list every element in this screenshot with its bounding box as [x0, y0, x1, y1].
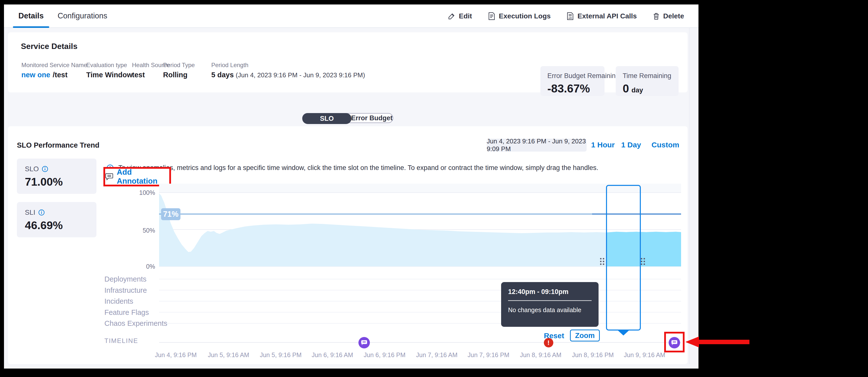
field-monitored-service-name: Monitored Service Name new one/test [21, 62, 87, 79]
x-axis-tick: Jun 8, 9:16 AM [520, 351, 561, 358]
tab-configurations[interactable]: Configurations [51, 4, 114, 27]
x-axis-tick: Jun 4, 9:16 PM [155, 351, 197, 358]
reset-button[interactable]: Reset [544, 332, 564, 340]
right-divider [689, 28, 689, 364]
changes-tooltip: 12:40pm - 09:10pm No changes data availa… [501, 282, 598, 327]
x-axis-tick: Jun 9, 9:16 AM [624, 351, 665, 358]
field-evaluation-type: Evaluation type Time Window [86, 62, 132, 79]
red-pointer-arrow [685, 337, 749, 347]
y-tick-0: 0% [146, 263, 155, 270]
app-panel: Details Configurations Edit Execution Lo… [4, 4, 699, 369]
annotation-marker-icon[interactable] [359, 337, 370, 348]
header-toolbar: Edit Execution Logs API External API Cal… [448, 4, 684, 28]
x-axis-tick: Jun 5, 9:16 PM [260, 351, 302, 358]
selection-left-handle[interactable] [600, 258, 605, 266]
slo-performance-trend-card: SLO Performance Trend Jun 4, 2023 9:16 P… [8, 126, 687, 364]
slo-trend-chart[interactable] [159, 184, 681, 360]
lane-label-deployments: Deployments [104, 275, 146, 283]
x-axis-tick: Jun 7, 9:16 PM [468, 351, 509, 358]
x-axis-tick: Jun 6, 9:16 PM [364, 351, 405, 358]
execution-logs-button[interactable]: Execution Logs [488, 12, 551, 20]
annotation-marker-highlight [664, 332, 685, 352]
pencil-icon [448, 12, 455, 20]
trash-icon [653, 12, 660, 20]
svg-text:API: API [568, 17, 572, 20]
selection-pointer [617, 330, 629, 336]
range-link-custom[interactable]: Custom [651, 141, 679, 149]
date-range-chip[interactable]: Jun 4, 2023 9:16 PM - Jun 9, 2023 9:09 P… [487, 139, 587, 152]
delete-button[interactable]: Delete [653, 12, 684, 20]
time-remaining-box: Time Remaining 0day [616, 66, 679, 96]
info-icon[interactable] [42, 166, 48, 172]
lane-label-infrastructure: Infrastructure [104, 286, 147, 294]
y-tick-100: 100% [139, 189, 155, 196]
tooltip-body: No changes data available [508, 307, 592, 314]
time-window-selection[interactable] [606, 185, 641, 331]
lane-label-feature-flags: Feature Flags [104, 308, 149, 316]
range-link-1day[interactable]: 1 Day [621, 141, 641, 149]
field-period-type: Period Type Rolling [163, 62, 195, 79]
field-period-length: Period Length 5 days (Jun 4, 2023 9:16 P… [211, 62, 365, 79]
speech-bubble-icon [105, 172, 113, 181]
document-icon [488, 12, 495, 20]
trend-title: SLO Performance Trend [17, 141, 99, 149]
y-tick-50: 50% [143, 227, 155, 234]
selection-right-handle[interactable] [641, 258, 646, 266]
slo-errorbudget-toggle: SLO Error Budget [302, 113, 393, 123]
info-banner: To view anomalies, metrics and logs for … [106, 164, 598, 172]
tooltip-time-range: 12:40pm - 09:10pm [508, 288, 592, 296]
target-value-badge: 71% [161, 208, 181, 220]
timeline-label: TIMELINE [104, 337, 138, 345]
error-budget-remaining-box: Error Budget Remaining -83.67% [540, 66, 604, 96]
monitored-service-link[interactable]: new one [21, 71, 50, 79]
toggle-option-error-budget[interactable]: Error Budget [351, 114, 393, 123]
x-axis-tick: Jun 8, 9:16 PM [572, 351, 614, 358]
range-link-1hour[interactable]: 1 Hour [591, 141, 615, 149]
slo-kpi-card: SLO 71.00% [17, 159, 96, 194]
sli-kpi-card: SLI 46.69% [17, 202, 96, 237]
toggle-option-slo[interactable]: SLO [302, 113, 351, 124]
x-axis-tick: Jun 7, 9:16 AM [416, 351, 458, 358]
edit-button[interactable]: Edit [448, 12, 472, 20]
x-axis-tick: Jun 5, 9:16 AM [208, 351, 249, 358]
service-details-title: Service Details [21, 42, 78, 51]
x-axis-tick: Jun 6, 9:16 AM [312, 351, 353, 358]
lane-label-chaos-experiments: Chaos Experiments [104, 319, 167, 327]
external-api-calls-button[interactable]: API External API Calls [566, 12, 637, 20]
tab-details[interactable]: Details [11, 4, 51, 27]
info-icon[interactable] [38, 209, 45, 216]
zoom-button[interactable]: Zoom [570, 329, 600, 342]
document-api-icon: API [566, 12, 574, 20]
lane-label-incidents: Incidents [104, 297, 133, 306]
tab-bar: Details Configurations Edit Execution Lo… [4, 4, 699, 28]
